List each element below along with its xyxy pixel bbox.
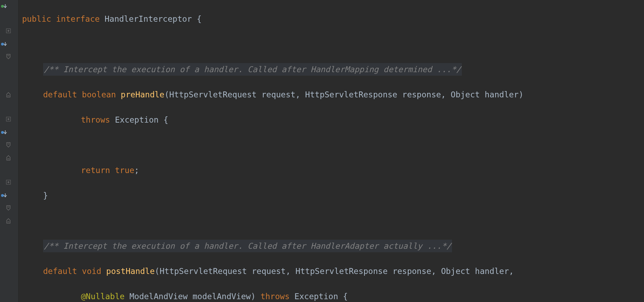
blank-line xyxy=(22,38,538,50)
override-marker-icon[interactable] xyxy=(1,129,7,136)
interface-name: HandlerInterceptor xyxy=(104,14,192,23)
svg-point-0 xyxy=(1,5,4,8)
fold-expand-icon[interactable] xyxy=(6,28,12,35)
code-line: default void postHandle(HttpServletReque… xyxy=(22,265,538,277)
rbrace: } xyxy=(43,191,48,200)
keyword-default: default xyxy=(43,267,77,276)
param-type: Object xyxy=(451,90,480,99)
code-line: default boolean preHandle(HttpServletReq… xyxy=(22,88,538,101)
comma: , xyxy=(286,267,290,276)
param-name: response xyxy=(402,90,441,99)
svg-point-16 xyxy=(1,194,4,197)
param-name: handler xyxy=(475,267,509,276)
lbrace: { xyxy=(343,292,348,301)
fold-region-start-icon[interactable] xyxy=(6,205,12,211)
override-marker-icon[interactable] xyxy=(1,41,7,47)
param-name: request xyxy=(252,267,286,276)
lparen: ( xyxy=(155,267,160,276)
code-line: throws Exception { xyxy=(22,114,538,126)
keyword-throws: throws xyxy=(260,292,289,301)
folded-javadoc-comment[interactable]: /** Intercept the execution of a handler… xyxy=(43,240,452,252)
comma: , xyxy=(509,267,514,276)
code-editor: public interface HandlerInterceptor { /*… xyxy=(0,0,644,302)
code-line: /** Intercept the execution of a handler… xyxy=(22,240,538,252)
folded-javadoc-comment[interactable]: /** Intercept the execution of a handler… xyxy=(43,63,462,76)
fold-region-start-icon[interactable] xyxy=(6,54,12,60)
param-type: ModelAndView xyxy=(129,292,187,301)
exception-type: Exception xyxy=(115,115,159,124)
param-name: request xyxy=(261,90,295,99)
svg-point-4 xyxy=(1,43,4,46)
override-marker-icon[interactable] xyxy=(1,3,7,9)
lparen: ( xyxy=(164,90,169,99)
fold-region-start-icon[interactable] xyxy=(6,142,12,148)
code-line: /** Intercept the execution of a handler… xyxy=(22,63,538,76)
fold-region-end-icon[interactable] xyxy=(6,91,12,98)
gutter xyxy=(0,0,19,302)
param-name: modelAndView xyxy=(193,292,251,301)
annotation-nullable: @Nullable xyxy=(81,292,125,301)
comma: , xyxy=(441,90,446,99)
keyword-throws: throws xyxy=(81,115,110,124)
rparen: ) xyxy=(251,292,256,301)
param-type: HttpServletResponse xyxy=(295,267,388,276)
lbrace: { xyxy=(197,14,202,23)
keyword-public: public xyxy=(22,14,51,23)
fold-expand-icon[interactable] xyxy=(6,180,12,186)
keyword-boolean: boolean xyxy=(82,90,116,99)
exception-type: Exception xyxy=(294,292,338,301)
code-line: } xyxy=(22,189,538,202)
comma: , xyxy=(295,90,300,99)
override-marker-icon[interactable] xyxy=(1,192,7,199)
semicolon: ; xyxy=(134,166,139,175)
code-area[interactable]: public interface HandlerInterceptor { /*… xyxy=(19,0,538,302)
method-name: postHandle xyxy=(106,267,155,276)
keyword-true: true xyxy=(115,166,134,175)
code-line: return true; xyxy=(22,164,538,177)
param-type: HttpServletResponse xyxy=(305,90,397,99)
keyword-default: default xyxy=(43,90,77,99)
blank-line xyxy=(22,139,538,151)
rparen: ) xyxy=(519,90,523,99)
param-type: HttpServletRequest xyxy=(159,267,247,276)
keyword-interface: interface xyxy=(56,14,100,23)
svg-point-10 xyxy=(1,131,4,134)
keyword-void: void xyxy=(82,267,101,276)
blank-line xyxy=(22,214,538,227)
fold-region-end-icon[interactable] xyxy=(6,155,12,161)
comma: , xyxy=(431,267,436,276)
fold-expand-icon[interactable] xyxy=(6,117,12,123)
param-type: HttpServletRequest xyxy=(169,90,256,99)
param-name: response xyxy=(392,267,431,276)
param-name: handler xyxy=(485,90,519,99)
method-name: preHandle xyxy=(121,90,165,99)
param-type: Object xyxy=(441,267,470,276)
fold-region-end-icon[interactable] xyxy=(6,218,12,224)
lbrace: { xyxy=(163,115,168,124)
keyword-return: return xyxy=(81,166,110,175)
code-line: @Nullable ModelAndView modelAndView) thr… xyxy=(22,290,538,302)
code-line: public interface HandlerInterceptor { xyxy=(22,13,538,25)
